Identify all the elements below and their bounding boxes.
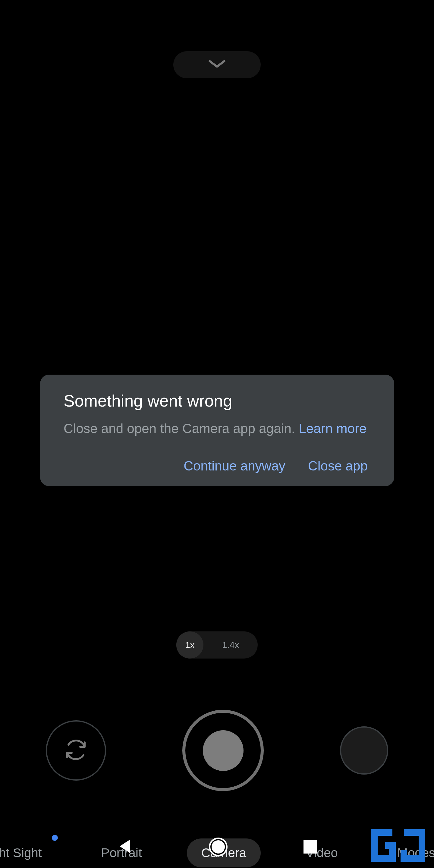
svg-marker-0 [120,840,130,853]
dialog-body-text: Close and open the Camera app again. [64,421,299,436]
nav-home-button[interactable] [210,839,226,855]
close-app-button[interactable]: Close app [308,458,368,473]
chevron-down-icon [208,59,226,71]
shutter-inner [203,730,244,771]
nav-recent-button[interactable] [304,840,317,854]
android-nav-bar [0,826,434,868]
zoom-option-1x[interactable]: 1x [176,631,204,658]
error-dialog: Something went wrong Close and open the … [40,375,394,486]
dialog-actions: Continue anyway Close app [64,458,371,473]
gallery-thumbnail-button[interactable] [340,726,388,775]
nav-back-button[interactable] [117,838,133,855]
shutter-button[interactable] [182,710,264,791]
continue-anyway-button[interactable]: Continue anyway [184,458,285,473]
camera-controls-row [0,710,434,791]
settings-pull-handle[interactable] [173,51,261,79]
learn-more-link[interactable]: Learn more [299,421,367,436]
switch-camera-icon [62,736,90,765]
switch-camera-button[interactable] [46,720,106,781]
zoom-option-1-4x[interactable]: 1.4x [204,631,258,658]
watermark-logo [371,829,428,862]
zoom-selector[interactable]: 1x 1.4x [176,631,258,658]
dialog-body: Close and open the Camera app again. Lea… [64,420,371,437]
dialog-title: Something went wrong [64,391,371,410]
